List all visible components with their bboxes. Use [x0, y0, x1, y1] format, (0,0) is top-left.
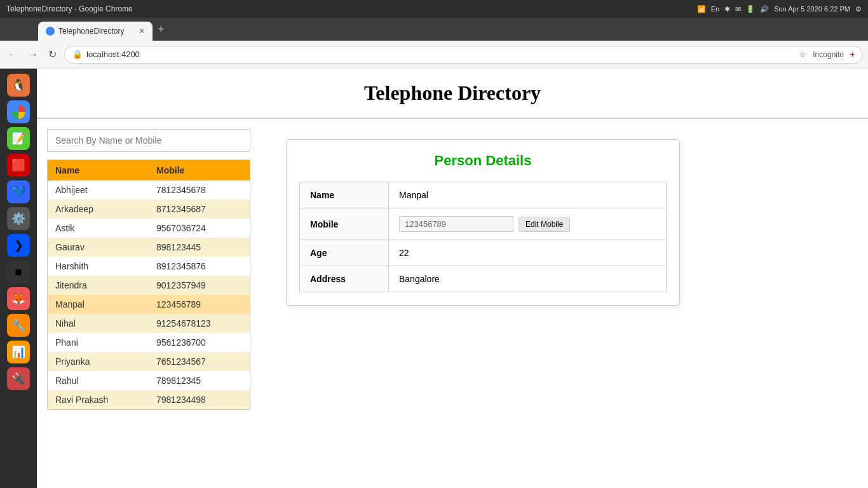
tab-favicon — [46, 27, 55, 36]
back-button[interactable]: ← — [5, 46, 20, 63]
table-cell-mobile: 7981234498 — [149, 390, 250, 409]
tab-label: TelephoneDirectory — [58, 27, 124, 36]
table-cell-mobile: 7651234567 — [149, 352, 250, 371]
sidebar-icon-software[interactable]: 🔌 — [7, 367, 30, 390]
table-cell-mobile: 8712345687 — [149, 200, 250, 219]
bluetooth-icon: ✱ — [724, 5, 730, 13]
sidebar-icon-manager[interactable]: 📊 — [7, 341, 30, 363]
sidebar-icon-vscode[interactable]: ❯ — [7, 234, 30, 257]
os-bar-left: TelephoneDirectory - Google Chrome — [6, 4, 133, 13]
sidebar-icon-terminal[interactable]: ■ — [7, 261, 30, 283]
detail-row-name: Name Manpal — [300, 182, 667, 208]
sidebar-icon-red[interactable]: 🟥 — [7, 154, 30, 177]
table-header-name: Name — [48, 160, 149, 180]
battery-icon: 🔋 — [746, 5, 755, 13]
table-cell-name: Jitendra — [48, 276, 149, 295]
settings-icon: ⚙ — [855, 5, 862, 13]
age-label: Age — [300, 240, 389, 266]
detail-row-address: Address Bangalore — [300, 266, 667, 292]
details-table: Name Manpal Mobile Edit Mobile — [299, 182, 667, 292]
lock-icon: 🔒 — [72, 50, 83, 59]
os-title: TelephoneDirectory - Google Chrome — [6, 4, 133, 13]
table-row[interactable]: Gaurav 898123445 — [48, 238, 250, 257]
sidebar-icon-chrome[interactable] — [7, 100, 30, 123]
sidebar-icon-firefox[interactable]: 🦊 — [7, 287, 30, 310]
table-row[interactable]: Rahul 789812345 — [48, 371, 250, 390]
mobile-label: Mobile — [300, 208, 389, 240]
right-panel: Person Details Name Manpal Mobile Edit M… — [276, 129, 858, 410]
incognito-label: Incognito — [813, 50, 844, 59]
name-label: Name — [300, 182, 389, 208]
table-cell-mobile: 898123445 — [149, 238, 250, 257]
table-cell-name: Phani — [48, 333, 149, 352]
sidebar: 🐧 📝 🟥 💙 ⚙️ ❯ ■ 🦊 🔧 📊 🔌 — [0, 69, 37, 488]
volume-icon: 🔊 — [760, 5, 769, 13]
table-row[interactable]: Astik 9567036724 — [48, 219, 250, 238]
table-cell-name: Harshith — [48, 257, 149, 276]
table-cell-name: Nihal — [48, 314, 149, 333]
sidebar-icon-installer[interactable]: 🔧 — [7, 314, 30, 337]
search-input[interactable] — [47, 129, 250, 152]
detail-row-age: Age 22 — [300, 240, 667, 266]
left-panel: Name Mobile Abhijeet 7812345678 Arkadeep… — [47, 129, 250, 410]
url-text: localhost:4200 — [86, 50, 140, 59]
table-cell-name: Gaurav — [48, 238, 149, 257]
table-cell-name: Abhijeet — [48, 180, 149, 200]
address-bar[interactable]: 🔒 localhost:4200 ☆ Incognito + — [64, 46, 863, 64]
detail-row-mobile: Mobile Edit Mobile — [300, 208, 667, 240]
address-label: Address — [300, 266, 389, 292]
table-cell-mobile: 9012357949 — [149, 276, 250, 295]
directory-table: Name Mobile Abhijeet 7812345678 Arkadeep… — [47, 159, 250, 410]
name-value: Manpal — [389, 182, 667, 208]
os-title-bar: TelephoneDirectory - Google Chrome 📶 En … — [0, 0, 868, 18]
sidebar-icon-notes[interactable]: 📝 — [7, 127, 30, 150]
table-row[interactable]: Arkadeep 8712345687 — [48, 200, 250, 219]
table-row[interactable]: Ravi Prakash 7981234498 — [48, 390, 250, 409]
table-cell-mobile: 123456789 — [149, 295, 250, 314]
table-cell-mobile: 7812345678 — [149, 180, 250, 200]
content-area: Name Mobile Abhijeet 7812345678 Arkadeep… — [37, 129, 868, 410]
table-row[interactable]: Priyanka 7651234567 — [48, 352, 250, 371]
clock: Sun Apr 5 2020 6:22 PM — [774, 5, 850, 13]
address-value: Bangalore — [389, 266, 667, 292]
wifi-icon: 📶 — [697, 5, 706, 13]
table-cell-mobile: 8912345876 — [149, 257, 250, 276]
forward-button[interactable]: → — [25, 46, 41, 63]
address-bar-actions: ☆ Incognito + — [799, 50, 855, 59]
browser-tab[interactable]: TelephoneDirectory ✕ — [38, 22, 153, 41]
table-cell-mobile: 9561236700 — [149, 333, 250, 352]
table-cell-name: Priyanka — [48, 352, 149, 371]
os-bar-right: 📶 En ✱ ✉ 🔋 🔊 Sun Apr 5 2020 6:22 PM ⚙ — [697, 5, 862, 13]
table-row[interactable]: Abhijeet 7812345678 — [48, 180, 250, 200]
sidebar-icon-gear[interactable]: ⚙️ — [7, 207, 30, 230]
keyboard-lang: En — [711, 5, 719, 13]
table-cell-name: Astik — [48, 219, 149, 238]
mobile-input[interactable] — [399, 216, 513, 232]
main-content: Telephone Directory Name Mobile Abhijeet… — [37, 69, 868, 488]
table-row[interactable]: Harshith 8912345876 — [48, 257, 250, 276]
tab-bar: TelephoneDirectory ✕ + — [0, 18, 868, 41]
table-cell-mobile: 9567036724 — [149, 219, 250, 238]
person-details-card: Person Details Name Manpal Mobile Edit M… — [286, 139, 680, 306]
add-icon[interactable]: + — [850, 50, 855, 59]
new-tab-button[interactable]: + — [153, 23, 170, 36]
tab-close-button[interactable]: ✕ — [139, 27, 145, 36]
table-cell-name: Ravi Prakash — [48, 390, 149, 409]
address-bar-row: ← → ↻ 🔒 localhost:4200 ☆ Incognito + — [0, 41, 868, 69]
table-cell-mobile: 91254678123 — [149, 314, 250, 333]
table-row[interactable]: Nihal 91254678123 — [48, 314, 250, 333]
table-cell-name: Arkadeep — [48, 200, 149, 219]
age-value: 22 — [389, 240, 667, 266]
table-row[interactable]: Phani 9561236700 — [48, 333, 250, 352]
edit-mobile-button[interactable]: Edit Mobile — [519, 217, 570, 232]
sidebar-icon-ubuntu[interactable]: 🐧 — [7, 74, 30, 97]
bookmark-icon[interactable]: ☆ — [799, 50, 806, 59]
table-row[interactable]: Jitendra 9012357949 — [48, 276, 250, 295]
table-row[interactable]: Manpal 123456789 — [48, 295, 250, 314]
reload-button[interactable]: ↻ — [46, 46, 59, 63]
table-body: Abhijeet 7812345678 Arkadeep 8712345687 … — [48, 180, 250, 409]
sidebar-icon-blue[interactable]: 💙 — [7, 180, 30, 203]
table-cell-name: Rahul — [48, 371, 149, 390]
table-cell-name: Manpal — [48, 295, 149, 314]
page-title: Telephone Directory — [50, 81, 855, 105]
